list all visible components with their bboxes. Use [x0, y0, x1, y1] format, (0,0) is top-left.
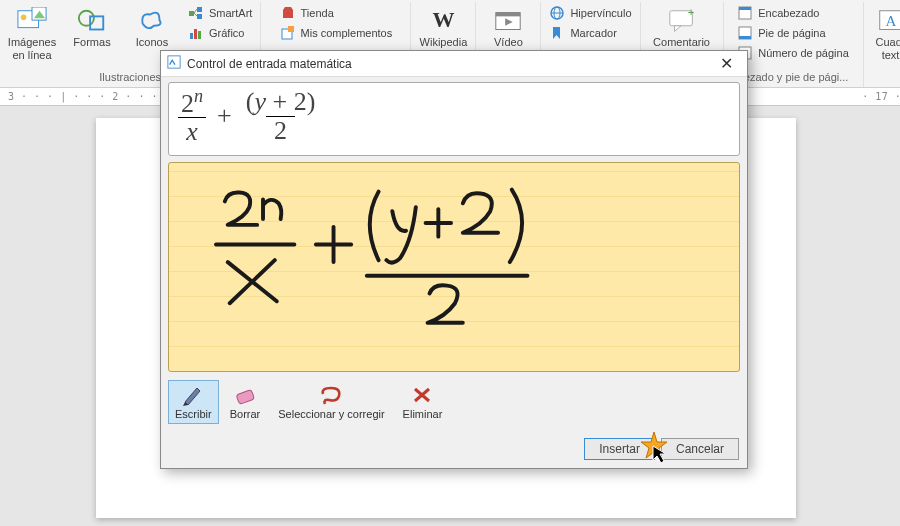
hyperlink-label: Hipervínculo — [570, 7, 631, 19]
icons-label: Iconos — [136, 36, 168, 49]
addins-icon — [280, 25, 296, 41]
close-icon: ✕ — [720, 55, 733, 72]
store-icon — [280, 5, 296, 21]
wikipedia-button[interactable]: W Wikipedia — [417, 4, 469, 51]
svg-rect-42 — [236, 390, 254, 405]
eraser-icon — [233, 384, 257, 406]
page-number-button[interactable]: # Número de página — [735, 44, 851, 62]
svg-rect-11 — [190, 33, 193, 39]
svg-rect-17 — [496, 13, 520, 17]
icons-icon — [137, 6, 167, 34]
bookmark-button[interactable]: Marcador — [547, 24, 633, 42]
page-number-label: Número de página — [758, 47, 849, 59]
link-icon — [549, 5, 565, 21]
chart-icon — [188, 25, 204, 41]
chart-label: Gráfico — [209, 27, 244, 39]
close-button[interactable]: ✕ — [711, 54, 741, 73]
video-icon — [493, 6, 523, 34]
footer-label: Pie de página — [758, 27, 825, 39]
math-preview-box: 2n x + (y + 2) 2 — [168, 82, 740, 156]
dialog-footer: Insertar Cancelar — [161, 434, 747, 468]
dialog-title: Control de entrada matemática — [187, 57, 705, 71]
my-addins-label: Mis complementos — [301, 27, 393, 39]
lasso-icon — [319, 384, 343, 406]
wikipedia-label: Wikipedia — [420, 36, 468, 49]
wikipedia-icon: W — [428, 6, 458, 34]
hyperlink-button[interactable]: Hipervínculo — [547, 4, 633, 22]
cancel-button[interactable]: Cancelar — [661, 438, 739, 460]
tool-write-label: Escribir — [175, 408, 212, 420]
svg-rect-12 — [194, 29, 197, 39]
pen-icon — [181, 384, 205, 406]
header-label: Encabezado — [758, 7, 819, 19]
insert-button[interactable]: Insertar — [584, 438, 655, 460]
shapes-button[interactable]: Formas — [66, 4, 118, 51]
math-equation: 2n x + (y + 2) 2 — [177, 87, 319, 145]
svg-rect-28 — [739, 7, 751, 10]
images-icon — [17, 6, 47, 34]
svg-point-4 — [79, 11, 94, 26]
math-input-dialog: Control de entrada matemática ✕ 2n x + (… — [160, 50, 748, 469]
svg-rect-30 — [739, 36, 751, 39]
my-addins-button[interactable]: Mis complementos — [278, 24, 395, 42]
svg-line-10 — [194, 13, 197, 16]
header-icon — [737, 5, 753, 21]
svg-rect-6 — [189, 11, 194, 16]
dialog-titlebar[interactable]: Control de entrada matemática ✕ — [161, 51, 747, 77]
textbox-button[interactable]: A Cuadr text — [870, 4, 900, 63]
group-label-header-footer: bezado y pie de pági... — [730, 69, 857, 87]
bookmark-label: Marcador — [570, 27, 616, 39]
textbox-icon: A — [876, 6, 900, 34]
tool-select-label: Seleccionar y corregir — [278, 408, 384, 420]
shapes-icon — [77, 6, 107, 34]
textbox-label: Cuadr text — [876, 36, 900, 61]
smartart-button[interactable]: SmartArt — [186, 4, 254, 22]
comment-button[interactable]: + Comentario — [647, 4, 717, 51]
smartart-icon — [188, 5, 204, 21]
tool-clear[interactable]: Eliminar — [396, 380, 450, 424]
ribbon-group-text: A Cuadr text — [864, 2, 900, 87]
footer-icon — [737, 25, 753, 41]
insert-button-label: Insertar — [599, 442, 640, 456]
chart-button[interactable]: Gráfico — [186, 24, 254, 42]
comment-label: Comentario — [653, 36, 710, 49]
svg-rect-15 — [288, 26, 294, 32]
store-label: Tienda — [301, 7, 334, 19]
header-button[interactable]: Encabezado — [735, 4, 851, 22]
math-panel-icon — [167, 55, 181, 72]
svg-point-1 — [21, 14, 27, 20]
svg-line-9 — [194, 9, 197, 13]
cancel-button-label: Cancelar — [676, 442, 724, 456]
svg-marker-25 — [674, 26, 681, 32]
clear-icon — [410, 384, 434, 406]
footer-button[interactable]: Pie de página — [735, 24, 851, 42]
svg-rect-13 — [198, 31, 201, 39]
handwritten-ink — [169, 163, 739, 371]
tool-row: Escribir Borrar Seleccionar y corregir E… — [168, 378, 740, 426]
svg-rect-8 — [197, 14, 202, 19]
svg-text:A: A — [885, 13, 896, 29]
video-label: Vídeo — [494, 36, 523, 49]
bookmark-icon — [549, 25, 565, 41]
tool-erase[interactable]: Borrar — [223, 380, 268, 424]
video-button[interactable]: Vídeo — [482, 4, 534, 51]
smartart-label: SmartArt — [209, 7, 252, 19]
tool-clear-label: Eliminar — [403, 408, 443, 420]
icons-button[interactable]: Iconos — [126, 4, 178, 51]
svg-text:+: + — [687, 7, 694, 18]
tool-select-correct[interactable]: Seleccionar y corregir — [271, 380, 391, 424]
tool-erase-label: Borrar — [230, 408, 261, 420]
images-online-label: Imágenes en línea — [8, 36, 56, 61]
shapes-label: Formas — [73, 36, 110, 49]
store-button[interactable]: Tienda — [278, 4, 395, 22]
images-online-button[interactable]: Imágenes en línea — [6, 4, 58, 63]
tool-write[interactable]: Escribir — [168, 380, 219, 424]
comment-icon: + — [667, 6, 697, 34]
svg-rect-7 — [197, 7, 202, 12]
ink-canvas[interactable] — [168, 162, 740, 372]
